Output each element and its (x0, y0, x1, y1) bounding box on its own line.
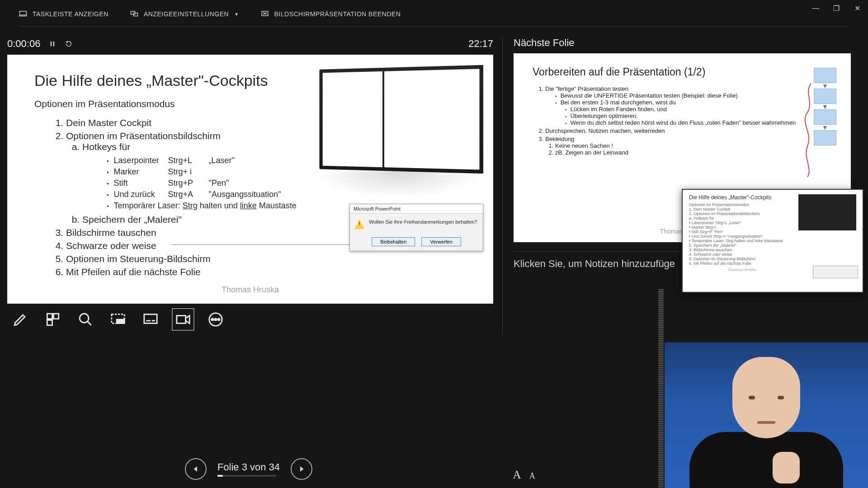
clock-time: 22:17 (468, 38, 493, 50)
pen-tool-button[interactable] (10, 309, 31, 330)
warning-icon (354, 219, 364, 229)
down-arrow-icon: ▼ (822, 105, 828, 108)
display-settings-label: ANZEIGEEINSTELLUNGEN (144, 10, 229, 18)
svg-line-14 (87, 321, 91, 325)
end-slideshow-button[interactable]: BILDSCHIRMPRÄSENTATION BEENDEN (261, 10, 401, 18)
right-column: Nächste Folie Vorbereiten auf die Präsen… (502, 37, 861, 335)
svg-rect-11 (53, 314, 58, 319)
next-slide-label: Nächste Folie (514, 37, 861, 49)
dialog-message: Wollen Sie Ihre Freihandanmerkungen beha… (369, 219, 477, 225)
list-item: Optionen im Steuerung-Bildschirm (66, 253, 466, 264)
down-arrow-icon: ▼ (822, 126, 828, 129)
down-arrow-icon: ▼ (822, 84, 828, 88)
slide-author: Thomas Hruska (7, 285, 493, 295)
elapsed-time: 0:00:06 (7, 38, 40, 50)
embedded-screenshot (319, 65, 483, 173)
ink-annotations-dialog: Microsoft PowerPoint Wollen Sie Ihre Fre… (349, 204, 483, 251)
inset-dialog-thumb (813, 266, 858, 278)
top-toolbar: TASKLEISTE ANZEIGEN ANZEIGEEINSTELLUNGEN… (0, 3, 868, 25)
next-slide-button[interactable] (291, 458, 312, 480)
presenter-silhouette (685, 352, 848, 488)
presenter-camera-feed[interactable] (665, 343, 868, 488)
see-all-slides-button[interactable] (42, 309, 63, 330)
timer-row: 0:00:06 22:17 (7, 37, 493, 51)
slide-progress (217, 475, 276, 477)
zoom-tool-button[interactable] (75, 309, 96, 330)
svg-rect-17 (144, 314, 157, 324)
end-slideshow-label: BILDSCHIRMPRÄSENTATION BEENDEN (274, 10, 401, 18)
previous-slide-button[interactable] (185, 458, 207, 480)
current-slide-preview[interactable]: Die Hilfe deines „Master"-Cockpits Optio… (7, 55, 493, 304)
end-slideshow-icon (261, 10, 269, 18)
toolbar-divider (20, 26, 848, 27)
maximize-button[interactable]: ❐ (828, 2, 844, 14)
svg-rect-20 (177, 316, 186, 324)
minimize-button[interactable]: — (807, 2, 824, 14)
close-button[interactable]: ✕ (849, 2, 865, 14)
left-column: 0:00:06 22:17 Die Hilfe deines „Master"-… (7, 37, 493, 335)
connector-line (171, 244, 368, 245)
window-controls: — ❐ ✕ (807, 2, 865, 14)
inset-thumbnail (798, 194, 856, 230)
taskbar-icon (19, 10, 27, 18)
svg-rect-10 (47, 314, 52, 319)
svg-marker-26 (193, 466, 197, 472)
black-screen-button[interactable] (108, 309, 128, 330)
more-options-button[interactable] (205, 309, 226, 330)
red-thread-line (801, 80, 815, 179)
svg-rect-7 (51, 42, 52, 47)
presenter-tools (7, 304, 493, 335)
dialog-keep-button[interactable]: Beibehalten (372, 237, 415, 246)
projector-photo-inset: Die Hilfe deines „Master"-Cockpits Optio… (682, 189, 863, 293)
svg-point-25 (218, 319, 220, 320)
slide-counter: Folie 3 von 34 (217, 461, 280, 473)
slide-navigation: Folie 3 von 34 (0, 458, 497, 480)
pause-button[interactable] (48, 40, 57, 48)
svg-point-24 (215, 319, 217, 320)
list-item: Mit Pfeilen auf die nächste Folie (66, 267, 466, 277)
dialog-discard-button[interactable]: Verwerfen (421, 237, 461, 246)
flow-diagram: ▼ ▼ ▼ (813, 67, 837, 146)
increase-font-button[interactable]: A (513, 468, 521, 482)
svg-point-13 (80, 314, 89, 323)
restart-timer-button[interactable] (65, 40, 73, 48)
embedded-screenshot-shadow (314, 171, 481, 198)
svg-point-23 (212, 319, 213, 320)
svg-rect-12 (47, 320, 52, 325)
dialog-title: Microsoft PowerPoint (350, 204, 483, 214)
show-taskbar-button[interactable]: TASKLEISTE ANZEIGEN (19, 10, 108, 18)
display-settings-icon (130, 10, 138, 18)
svg-marker-9 (66, 41, 68, 43)
svg-rect-16 (117, 319, 124, 324)
decrease-font-button[interactable]: A (529, 471, 535, 481)
display-settings-button[interactable]: ANZEIGEEINSTELLUNGEN ▼ (130, 10, 239, 18)
content-area: 0:00:06 22:17 Die Hilfe deines „Master"-… (7, 37, 861, 335)
next-slide-title: Vorbereiten auf die Präsentation (1/2) (533, 66, 832, 78)
inset-frame-edge (658, 289, 664, 488)
chevron-down-icon: ▼ (234, 12, 239, 17)
show-taskbar-label: TASKLEISTE ANZEIGEN (33, 10, 108, 18)
camera-button[interactable] (173, 309, 193, 330)
svg-rect-8 (53, 42, 54, 47)
notes-font-controls: A A (513, 468, 535, 482)
svg-marker-27 (300, 466, 304, 472)
subtitles-button[interactable] (140, 309, 161, 330)
